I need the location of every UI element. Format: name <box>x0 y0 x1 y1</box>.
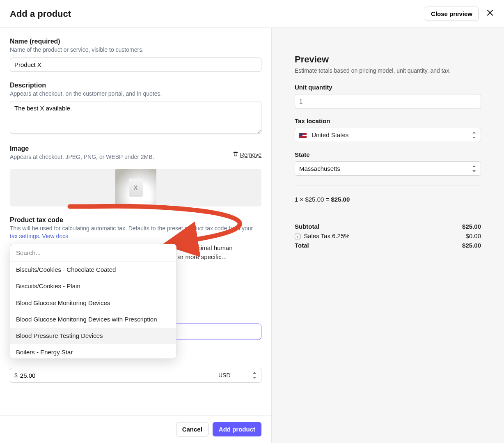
description-label: Description <box>10 82 261 89</box>
info-icon: i <box>295 234 300 239</box>
amount-input[interactable]: $ <box>10 368 214 383</box>
divider <box>295 186 481 186</box>
name-label: Name (required) <box>10 38 261 45</box>
unit-quantity-label: Unit quantity <box>295 84 481 91</box>
state-value: Massachusetts <box>299 165 340 172</box>
image-label: Image <box>10 145 154 152</box>
tax-code-option[interactable]: Biscuits/Cookies - Plain <box>10 278 176 294</box>
total-row: Total $25.00 <box>295 242 481 249</box>
remove-image-button[interactable]: Remove <box>233 151 261 158</box>
state-label: State <box>295 151 481 158</box>
page-title: Add a product <box>10 9 71 19</box>
description-hint: Appears at checkout, on the customer por… <box>10 90 261 98</box>
tax-location-value: United States <box>312 131 348 138</box>
chevron-updown-icon <box>472 132 477 138</box>
product-thumbnail-placeholder: X <box>129 179 143 197</box>
add-product-button[interactable]: Add product <box>213 422 261 436</box>
tax-code-option[interactable]: Blood Glucose Monitoring Devices <box>10 295 176 311</box>
product-thumbnail: X <box>115 169 156 207</box>
state-select[interactable]: Massachusetts <box>295 161 481 176</box>
tax-code-option[interactable]: Boilers - Energy Star <box>10 344 176 358</box>
calc-line: 1 × $25.00 = $25.00 <box>295 196 481 203</box>
description-input[interactable]: The best X available. <box>10 101 261 134</box>
cancel-button[interactable]: Cancel <box>176 422 208 436</box>
name-hint: Name of the product or service, visible … <box>10 46 261 54</box>
currency-symbol: $ <box>14 372 18 379</box>
close-preview-button[interactable]: Close preview <box>425 7 479 21</box>
image-hint: Appears at checkout. JPEG, PNG, or WEBP … <box>10 153 154 161</box>
preview-subtitle: Estimate totals based on pricing model, … <box>295 67 481 74</box>
currency-select[interactable]: USD <box>214 368 261 383</box>
chevron-updown-icon <box>472 166 477 172</box>
currency-code-label: USD <box>218 372 231 379</box>
tax-code-option[interactable]: Biscuits/Cookies - Chocolate Coated <box>10 262 176 278</box>
chevron-updown-icon <box>252 372 257 378</box>
tax-code-label: Product tax code <box>10 216 261 224</box>
subtotal-row: Subtotal $25.00 <box>295 223 481 230</box>
divider <box>295 213 481 213</box>
tax-code-dropdown: Biscuits/Cookies - Chocolate Coated Bisc… <box>10 244 176 359</box>
image-well[interactable]: X <box>10 169 261 207</box>
tax-code-help-text: with minimal human er more specific... <box>178 243 261 262</box>
tax-code-option[interactable]: Blood Pressure Testing Devices <box>10 328 176 344</box>
trash-icon <box>233 151 238 158</box>
amount-value-input[interactable] <box>20 372 210 379</box>
tax-location-label: Tax location <box>295 117 481 124</box>
unit-quantity-input[interactable] <box>295 94 481 108</box>
preview-title: Preview <box>295 54 481 65</box>
close-icon[interactable] <box>486 9 494 18</box>
name-input[interactable] <box>10 57 261 72</box>
tax-code-option[interactable]: Blood Glucose Monitoring Devices with Pr… <box>10 311 176 328</box>
tax-code-search-input[interactable] <box>10 244 176 262</box>
salestax-row: i Sales Tax 6.25% $0.00 <box>295 232 481 239</box>
tax-code-hint: This will be used for calculating automa… <box>10 225 261 241</box>
remove-image-label: Remove <box>240 151 261 158</box>
tax-location-select[interactable]: United States <box>295 128 481 142</box>
view-docs-link[interactable]: View docs <box>42 233 69 239</box>
flag-us-icon <box>299 133 307 138</box>
tax-settings-link[interactable]: tax settings <box>10 233 39 239</box>
